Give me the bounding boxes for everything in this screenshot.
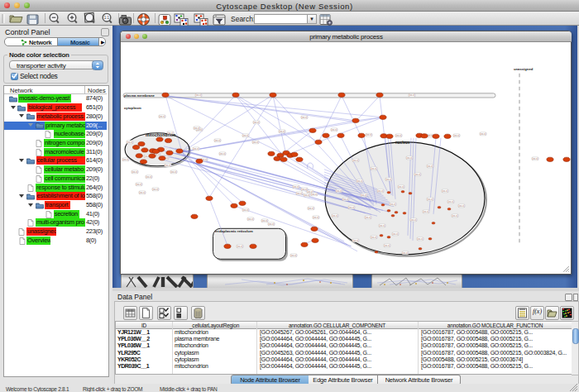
svg-text:(xx-x): (xx-x) <box>127 141 133 144</box>
svg-text:(xx-x): (xx-x) <box>410 218 417 222</box>
svg-text:(xx-x): (xx-x) <box>371 167 377 170</box>
svg-text:mitochondrion: mitochondrion <box>146 132 175 137</box>
svg-text:(xx-x): (xx-x) <box>136 183 142 186</box>
svg-text:(xx-x): (xx-x) <box>152 188 159 191</box>
svg-text:(xx-x): (xx-x) <box>342 198 349 201</box>
svg-text:(xx-x): (xx-x) <box>409 94 415 98</box>
svg-text:(xx-x): (xx-x) <box>332 214 338 218</box>
svg-text:(xx-x): (xx-x) <box>336 189 342 193</box>
svg-text:(xx-x): (xx-x) <box>361 194 367 197</box>
svg-text:cytoplasm: cytoplasm <box>124 106 141 110</box>
svg-text:(xx-x): (xx-x) <box>371 236 377 239</box>
svg-text:(xx-x): (xx-x) <box>219 152 226 155</box>
svg-text:(xx-x): (xx-x) <box>395 134 402 137</box>
svg-text:(xx-x): (xx-x) <box>122 158 129 161</box>
svg-text:(xx-x): (xx-x) <box>366 134 372 137</box>
svg-text:(xx-x): (xx-x) <box>480 132 486 136</box>
svg-text:(xx-x): (xx-x) <box>146 175 152 179</box>
svg-text:(xx-x): (xx-x) <box>532 157 538 160</box>
svg-text:unassigned: unassigned <box>514 67 534 71</box>
svg-text:(xx-x): (xx-x) <box>458 204 465 208</box>
svg-text:(xx-x): (xx-x) <box>170 170 177 174</box>
svg-text:(xx-x): (xx-x) <box>365 216 371 219</box>
svg-text:(xx-x): (xx-x) <box>139 191 146 194</box>
svg-text:(xx-x): (xx-x) <box>253 121 260 124</box>
svg-text:(xx-x): (xx-x) <box>279 130 285 133</box>
svg-text:(xx-x): (xx-x) <box>194 127 200 130</box>
svg-text:(xx-x): (xx-x) <box>417 237 423 241</box>
svg-text:(xx-x): (xx-x) <box>242 208 249 212</box>
svg-text:(xx-x): (xx-x) <box>247 218 254 221</box>
svg-text:(xx-x): (xx-x) <box>414 173 421 176</box>
svg-text:(xx-x): (xx-x) <box>311 193 318 196</box>
svg-text:(xx-x): (xx-x) <box>390 203 396 206</box>
svg-text:(xx-x): (xx-x) <box>352 159 359 162</box>
svg-text:(xx-x): (xx-x) <box>268 222 275 226</box>
svg-text:(xx-x): (xx-x) <box>352 239 359 242</box>
svg-text:(xx-x): (xx-x) <box>237 245 243 248</box>
svg-text:(xx-x): (xx-x) <box>293 185 299 189</box>
svg-text:(xx-x): (xx-x) <box>447 200 454 203</box>
svg-text:(xx-x): (xx-x) <box>193 147 199 151</box>
svg-text:(xx-x): (xx-x) <box>398 185 404 189</box>
svg-text:(xx-x): (xx-x) <box>313 216 319 219</box>
svg-text:(xx-x): (xx-x) <box>301 116 308 119</box>
svg-text:1:1: 1:1 <box>104 16 110 20</box>
svg-text:(xx-x): (xx-x) <box>402 251 409 255</box>
svg-text:(xx-x): (xx-x) <box>304 194 310 197</box>
svg-text:(xx-x): (xx-x) <box>331 128 337 131</box>
svg-text:(xx-x): (xx-x) <box>379 224 385 227</box>
svg-text:(xx-x): (xx-x) <box>252 141 259 144</box>
svg-text:(xx-x): (xx-x) <box>132 170 138 174</box>
svg-text:(xx-x): (xx-x) <box>384 244 390 247</box>
svg-text:(xx-x): (xx-x) <box>452 214 458 218</box>
svg-text:endoplasmic reticulum: endoplasmic reticulum <box>215 229 253 233</box>
svg-text:(xx-x): (xx-x) <box>296 192 303 195</box>
svg-text:nucleus: nucleus <box>395 141 410 145</box>
svg-text:(xx-x): (xx-x) <box>427 198 433 201</box>
svg-text:plasma membrane: plasma membrane <box>124 93 155 98</box>
svg-text:(xx-x): (xx-x) <box>242 134 249 137</box>
svg-text:(xx-x): (xx-x) <box>427 165 433 168</box>
svg-text:(xx-x): (xx-x) <box>214 139 221 142</box>
svg-text:(xx-x): (xx-x) <box>423 210 429 213</box>
svg-text:(xx-x): (xx-x) <box>195 94 202 98</box>
svg-text:(xx-x): (xx-x) <box>377 189 384 193</box>
svg-text:(xx-x): (xx-x) <box>261 219 268 222</box>
svg-text:(xx-x): (xx-x) <box>308 207 314 210</box>
svg-text:(xx-x): (xx-x) <box>406 156 413 160</box>
svg-text:(xx-x): (xx-x) <box>165 164 171 167</box>
svg-text:(xx-x): (xx-x) <box>159 115 165 118</box>
svg-text:(xx-x): (xx-x) <box>392 232 399 236</box>
svg-text:(xx-x): (xx-x) <box>385 178 392 181</box>
svg-text:(xx-x): (xx-x) <box>453 134 460 137</box>
svg-text:(xx-x): (xx-x) <box>290 254 297 257</box>
svg-text:(xx-x): (xx-x) <box>348 206 355 209</box>
svg-text:(xx-x): (xx-x) <box>356 179 363 183</box>
svg-text:(xx-x): (xx-x) <box>442 189 448 193</box>
